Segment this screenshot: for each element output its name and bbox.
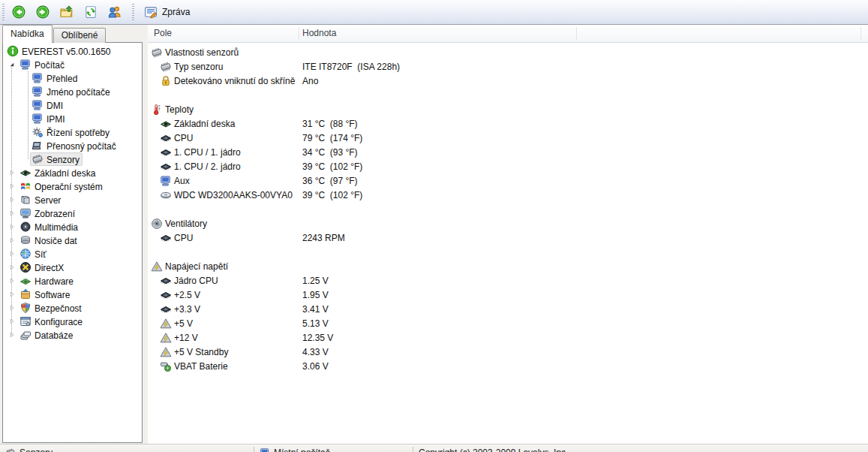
value-label: ITE IT8720F (ISA 228h) <box>302 62 400 72</box>
expand-arrow-icon[interactable] <box>5 249 18 258</box>
tree-item-konfigurace[interactable]: Konfigurace <box>3 315 142 328</box>
field-cell: +12 V <box>148 332 198 344</box>
expand-arrow-icon[interactable] <box>5 222 18 231</box>
expand-arrow-icon[interactable] <box>5 195 18 204</box>
users-button[interactable] <box>104 2 126 23</box>
value-label: 1.95 V <box>302 290 329 300</box>
tree-item-content: Bezpečnost <box>18 301 85 315</box>
tree-item-sit[interactable]: Síť <box>3 247 142 261</box>
software-icon <box>20 288 32 300</box>
refresh-button[interactable] <box>80 2 102 23</box>
column-resize-handle[interactable] <box>299 27 299 40</box>
cpu-icon <box>160 275 172 287</box>
field-label: Typ senzoru <box>174 62 223 72</box>
column-header-hodnota[interactable]: Hodnota <box>296 25 336 42</box>
row-vbat-baterie[interactable]: VBAT Baterie3.06 V <box>148 359 868 373</box>
tree-item-prenosny-pocitac[interactable]: Přenosný počítač <box>3 139 142 152</box>
group-header-vlastnosti-senzoru[interactable]: Vlastnosti senzorů <box>148 45 868 59</box>
tree-item-senzory[interactable]: Senzory <box>3 152 142 166</box>
tree-item-rizeni-spotreby[interactable]: Řízení spotřeby <box>3 125 142 139</box>
row-detekovano-vniknuti-do-skrine[interactable]: Detekováno vniknutí do skříněAno <box>148 74 868 88</box>
column-resize-handle[interactable] <box>860 27 861 40</box>
tree-item-label: Zobrazení <box>35 208 75 219</box>
tree-item-server[interactable]: Server <box>3 193 142 206</box>
row-cpu[interactable]: CPU79 °C (174 °F) <box>148 131 868 145</box>
tree-item-hardware[interactable]: Hardware <box>3 274 142 288</box>
forward-button[interactable] <box>32 2 54 23</box>
tree-item-ipmi[interactable]: IPMI <box>3 112 142 125</box>
row-1-cpu-1-jadro[interactable]: 1. CPU / 1. jádro34 °C (93 °F) <box>148 145 868 159</box>
expand-arrow-icon[interactable] <box>5 236 18 245</box>
row-wdc-wd3200aaks-00vya0[interactable]: WDC WD3200AAKS-00VYA039 °C (102 °F) <box>148 188 868 202</box>
tree-item-label: DirectX <box>35 262 64 273</box>
expand-arrow-icon[interactable] <box>5 330 18 339</box>
tree-item-software[interactable]: Software <box>3 288 142 301</box>
up-button[interactable] <box>56 2 78 23</box>
tree-item-label: Přenosný počítač <box>47 140 116 152</box>
tree-item-label: Konfigurace <box>35 316 83 327</box>
expand-arrow-icon[interactable] <box>5 263 18 272</box>
expand-arrow-icon[interactable] <box>5 182 18 191</box>
expand-arrow-icon[interactable] <box>5 290 18 299</box>
lock-icon <box>160 75 172 87</box>
tab-oblibene[interactable]: Oblíbené <box>53 28 107 43</box>
multimedia-icon <box>20 221 32 233</box>
expand-arrow-icon[interactable] <box>5 276 18 285</box>
tree-item-nosice-dat[interactable]: Nosiče dat <box>3 234 142 247</box>
field-label: 1. CPU / 2. jádro <box>174 161 241 172</box>
computer-icon <box>32 72 44 84</box>
toolbar-gripper[interactable] <box>132 4 134 20</box>
field-cell: Napájecí napětí <box>148 261 228 273</box>
tree-item-everest-v5-00-1650[interactable]: EVEREST v5.00.1650 <box>3 44 142 58</box>
field-cell: Základní deska <box>148 118 235 130</box>
tree-item-pocitac[interactable]: Počítač <box>3 58 142 71</box>
column-resize-handle[interactable] <box>576 27 577 40</box>
report-button[interactable]: Zpráva <box>137 2 197 23</box>
row-jadro-cpu[interactable]: Jádro CPU1.25 V <box>148 273 868 288</box>
tree-item-zobrazeni[interactable]: Zobrazení <box>3 206 142 220</box>
field-cell: +5 V Standby <box>148 346 228 358</box>
field-label: CPU <box>174 133 193 143</box>
row-12-v[interactable]: +12 V12.35 V <box>148 330 868 345</box>
expand-arrow-icon[interactable] <box>5 317 18 326</box>
hdd-icon <box>160 189 172 201</box>
group-header-teploty[interactable]: Teploty <box>148 102 868 116</box>
group-header-ventilatory[interactable]: Ventilátory <box>148 216 868 231</box>
row-5-v-standby[interactable]: +5 V Standby4.33 V <box>148 345 868 359</box>
collapse-arrow-icon[interactable] <box>5 60 18 69</box>
group-header-napajeci-napeti[interactable]: Napájecí napětí <box>148 259 868 273</box>
row-typ-senzoru[interactable]: Typ senzoruITE IT8720F (ISA 228h) <box>148 59 868 74</box>
field-label: +3.3 V <box>174 304 200 315</box>
tab-nabidka[interactable]: Nabídka <box>2 25 53 43</box>
tree-item-label: Operační systém <box>35 181 103 192</box>
field-cell: WDC WD3200AAKS-00VYA0 <box>148 189 293 201</box>
row-1-cpu-2-jadro[interactable]: 1. CPU / 2. jádro39 °C (102 °F) <box>148 159 868 173</box>
database-icon <box>20 329 32 341</box>
tree-item-databaze[interactable]: Databáze <box>3 328 142 342</box>
tree-item-operacni-system[interactable]: Operační systém <box>3 179 142 193</box>
field-cell: VBAT Baterie <box>148 360 228 372</box>
row-zakladni-deska[interactable]: Základní deska31 °C (88 °F) <box>148 116 868 131</box>
tree-item-zakladni-deska[interactable]: Základní deska <box>3 166 142 179</box>
row-cpu[interactable]: CPU2243 RPM <box>148 231 868 245</box>
expand-arrow-icon[interactable] <box>5 209 18 218</box>
tree-item-dmi[interactable]: DMI <box>3 98 142 112</box>
tree-item-multimedia[interactable]: Multimédia <box>3 220 142 234</box>
back-button[interactable] <box>8 2 30 23</box>
toolbar-gripper[interactable] <box>2 4 5 20</box>
row-3-3-v[interactable]: +3.3 V3.41 V <box>148 302 868 316</box>
expand-arrow-icon[interactable] <box>5 168 18 177</box>
expand-arrow-icon[interactable] <box>5 303 18 312</box>
row-aux[interactable]: Aux36 °C (97 °F) <box>148 173 868 188</box>
column-header-pole[interactable]: Pole <box>148 25 172 42</box>
row-5-v[interactable]: +5 V5.13 V <box>148 316 868 330</box>
field-cell: Jádro CPU <box>148 275 218 287</box>
tree-item-directx[interactable]: DirectX <box>3 261 142 274</box>
thermometer-icon <box>151 104 163 116</box>
field-cell: Vlastnosti senzorů <box>148 47 239 59</box>
tree-item-prehled[interactable]: Přehled <box>3 71 142 85</box>
tree-item-jmeno-pocitace[interactable]: Jméno počítače <box>3 85 142 98</box>
tree-item-content: Zobrazení <box>18 206 78 220</box>
tree-item-bezpecnost[interactable]: Bezpečnost <box>3 301 142 315</box>
row-2-5-v[interactable]: +2.5 V1.95 V <box>148 288 868 302</box>
